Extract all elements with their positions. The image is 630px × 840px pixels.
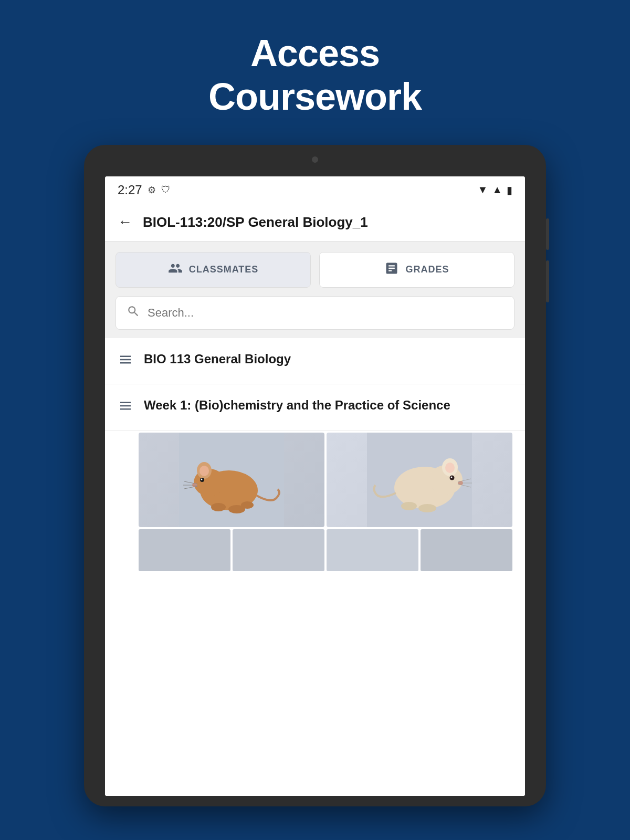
- list-item[interactable]: BIO 113 General Biology: [105, 338, 525, 384]
- page-title: BIOL-113:20/SP General Biology_1: [143, 214, 368, 230]
- camera: [312, 156, 318, 163]
- status-right: ▼ ▲ ▮: [477, 184, 512, 196]
- signal-icon: ▲: [492, 184, 502, 196]
- svg-point-25: [401, 502, 417, 510]
- status-bar: 2:27 ⚙ 🛡 ▼ ▲ ▮: [105, 176, 525, 204]
- tab-grades-label: GRADES: [405, 264, 449, 275]
- gear-icon: ⚙: [148, 184, 156, 196]
- tabs-row: CLASSMATES GRADES: [105, 242, 525, 296]
- svg-point-26: [418, 504, 436, 512]
- svg-point-13: [241, 501, 254, 509]
- chart-icon: [384, 261, 399, 279]
- svg-point-4: [200, 466, 209, 476]
- search-icon: [127, 304, 140, 321]
- list-item-content: BIO 113 General Biology: [144, 351, 512, 367]
- svg-point-20: [451, 476, 453, 478]
- people-icon: [168, 261, 183, 279]
- mouse-image-1: [139, 433, 324, 527]
- content-area: CLASSMATES GRADES: [105, 242, 525, 796]
- back-button[interactable]: ←: [118, 214, 132, 230]
- app-bar: ← BIOL-113:20/SP General Biology_1: [105, 204, 525, 242]
- mouse-thumb-4: [421, 529, 512, 571]
- wifi-icon: ▼: [477, 184, 488, 196]
- list-item[interactable]: Week 1: (Bio)chemistry and the Practice …: [105, 384, 525, 430]
- mouse-thumb-2: [233, 529, 324, 571]
- tab-grades[interactable]: GRADES: [319, 252, 514, 288]
- mouse-thumb-3: [327, 529, 418, 571]
- tablet-screen: 2:27 ⚙ 🛡 ▼ ▲ ▮ ← BIOL-113:20/SP General …: [105, 176, 525, 796]
- document-icon: [118, 352, 133, 371]
- list-area: BIO 113 General Biology Week 1: (Bio)che…: [105, 338, 525, 796]
- mouse-thumb-1: [139, 529, 230, 571]
- image-grid: [139, 433, 512, 527]
- volume-button: [546, 260, 549, 302]
- tab-classmates-label: CLASSMATES: [189, 264, 259, 275]
- shield-icon: 🛡: [161, 184, 171, 195]
- search-bar[interactable]: [116, 296, 514, 330]
- status-left: 2:27 ⚙ 🛡: [118, 183, 171, 197]
- list-item-title: BIO 113 General Biology: [144, 352, 291, 366]
- search-input[interactable]: [148, 306, 503, 320]
- tab-classmates[interactable]: CLASSMATES: [116, 252, 311, 288]
- tablet-device: 2:27 ⚙ 🛡 ▼ ▲ ▮ ← BIOL-113:20/SP General …: [84, 145, 546, 806]
- document-icon: [118, 398, 133, 417]
- svg-point-18: [445, 463, 455, 473]
- status-time: 2:27: [118, 183, 142, 197]
- page-header: Access Coursework: [208, 0, 422, 119]
- svg-point-6: [201, 478, 203, 480]
- list-item-content: Week 1: (Bio)chemistry and the Practice …: [144, 397, 512, 413]
- power-button: [546, 218, 549, 250]
- battery-icon: ▮: [507, 184, 512, 196]
- svg-point-11: [211, 503, 226, 511]
- mouse-image-2: [327, 433, 512, 527]
- bottom-image-grid: [139, 529, 512, 571]
- list-item-title: Week 1: (Bio)chemistry and the Practice …: [144, 398, 450, 412]
